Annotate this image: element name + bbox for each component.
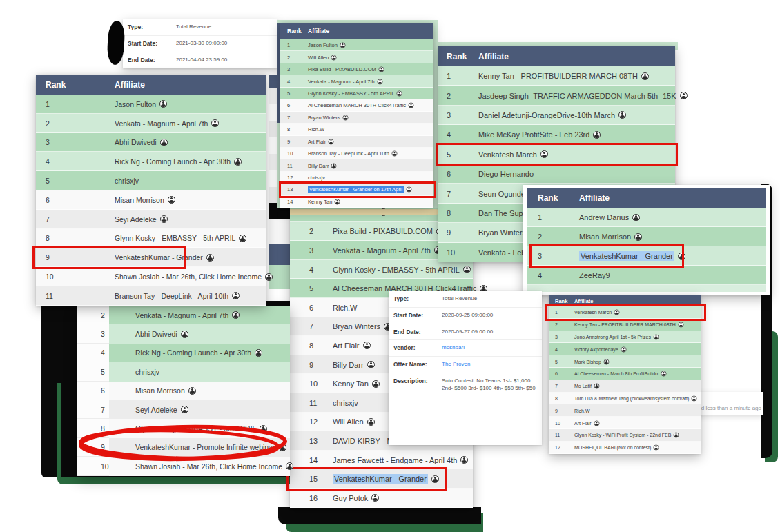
user-icon [409, 103, 414, 108]
affiliate-cell: Victory Akpomedaye [574, 346, 627, 353]
user-icon [211, 119, 219, 127]
rank-cell: 1 [549, 310, 574, 315]
rank-cell: 10 [280, 150, 308, 157]
rank-column-header: Rank [527, 193, 579, 203]
rank-cell: 6 [438, 170, 478, 178]
detail-row: End Date:2021-04-04 23:59:00 [123, 52, 277, 69]
affiliate-cell: Daniel Adetunji-OrangeDrive-10th March [478, 111, 626, 119]
user-icon [692, 396, 697, 402]
affiliate-cell: Mo Latif [574, 382, 601, 390]
leaderboard-row: 6Misan Morrison [36, 190, 266, 210]
rank-cell: 10 [77, 462, 135, 471]
rank-cell: 4 [36, 157, 115, 166]
user-icon [407, 187, 412, 193]
leaderboard-row: 6Diego Hernando [438, 164, 675, 184]
affiliate-cell: Branson Tay - DeepLink - April 10th [115, 292, 240, 300]
leaderboard-row: 11Billy Darr [280, 159, 433, 171]
user-icon [232, 292, 240, 299]
affiliate-cell: VenkateshKumar - Grander [579, 251, 685, 261]
rank-cell: 11 [290, 399, 333, 407]
user-icon [335, 199, 340, 204]
rank-cell: 2 [438, 92, 478, 100]
leaderboard-row: 4ZeeRay9 [527, 266, 766, 285]
affiliate-cell: Pixa Build - PIXABUILD.COM [333, 227, 444, 235]
affiliate-cell: chrisxjv [333, 399, 358, 407]
affiliate-column-header: Affiliate [308, 28, 329, 35]
leaderboard-bottom-right: Rank Affiliate 1Venkatesh March2Kenny Ta… [549, 295, 701, 454]
detail-link[interactable]: moshbari [442, 344, 465, 352]
user-icon [343, 115, 349, 120]
backdrop-black-frame-bottom [278, 507, 481, 524]
detail-value: 2020-09-27 09:00:00 [442, 328, 493, 336]
rank-cell: 14 [280, 199, 308, 205]
leaderboard-row: 12chrisxjv [280, 172, 433, 184]
detail-value: 2021-03-30 09:00:00 [176, 40, 227, 48]
rank-cell: 13 [280, 186, 308, 193]
rank-cell: 9 [36, 253, 115, 262]
affiliate-cell: Abhi Dwivedi [135, 330, 188, 338]
affiliate-cell: Billy Darr [308, 162, 338, 170]
partial-row [527, 285, 766, 292]
leaderboard-row: 3Abhi Dwivedi [77, 324, 290, 343]
rank-cell: 7 [290, 322, 333, 331]
affiliate-cell: VenkateshKumar - Grander [333, 474, 439, 484]
user-icon [188, 387, 196, 395]
detail-link[interactable]: The Proven [442, 361, 470, 368]
affiliate-cell: Seyi Adeleke [115, 215, 168, 224]
leaderboard-row: 12MOSHFIQUL BARI (Not on contest) [549, 442, 701, 454]
affiliate-cell: Al Cheeseman MARCH 30TH Click4Traffic [308, 101, 415, 109]
leaderboard-row: 3Jono Armstrong April 1st - 5k Prizes [549, 331, 701, 344]
user-icon [367, 361, 375, 368]
leaderboard-row: 2Venkata - Magnum - April 7th [36, 114, 266, 133]
affiliate-cell: ZeeRay9 [579, 271, 610, 279]
affiliate-cell: Al Cheeseman - March 8th ProfitBuildrr [574, 370, 667, 377]
affiliate-cell: VenkateshKumar - Grander [115, 253, 214, 262]
rank-cell: 6 [36, 196, 115, 204]
leaderboard-row: 7Bryan Winters [280, 112, 433, 124]
user-icon [232, 311, 240, 319]
rank-cell: 5 [549, 359, 574, 364]
leaderboard-row: 1Jason Fulton [36, 95, 266, 114]
leaderboard-row: 10Shawn Josiah - Mar 26th, Click Home In… [77, 457, 290, 475]
rank-cell: 3 [438, 111, 478, 119]
affiliate-cell: Misan Morrison [579, 233, 642, 241]
user-icon [181, 406, 188, 413]
affiliate-cell: Jono Armstrong April 1st - 5k Prizes [574, 333, 660, 341]
affiliate-cell: Bryan Winters [333, 322, 391, 331]
rank-cell: 1 [280, 42, 308, 48]
updated-status-strip: d less than a minute ago [696, 392, 763, 415]
rank-cell: 5 [290, 284, 333, 293]
rank-cell: 16 [290, 494, 333, 502]
affiliate-cell: Tom Lua & Matthew Tang (clickwealthsyste… [574, 395, 698, 402]
affiliate-cell: Mark Bishop [574, 358, 610, 366]
leaderboard-row: 7Seyi Adeleke [36, 210, 266, 229]
affiliate-cell: Art Flair [574, 420, 601, 427]
leaderboard-header: Rank Affiliate [280, 23, 433, 39]
leaderboard-row: 4Mike McKay ProfitSite - Feb 23rd [438, 125, 675, 144]
leaderboard-row: 4Rick Ng - Coming Launch - Apr 30th [36, 152, 266, 171]
user-icon [234, 158, 242, 166]
affiliate-cell: Diego Hernando [478, 170, 534, 178]
leaderboard-row: 4Victory Akpomedaye [549, 343, 701, 355]
user-icon [653, 335, 659, 340]
rank-cell: 4 [438, 130, 478, 139]
rank-cell: 7 [549, 384, 574, 388]
user-icon [168, 196, 175, 204]
rank-cell: 6 [549, 371, 574, 376]
affiliate-cell: Glynn Kosky - EMBASSY - 5th APRIL [115, 234, 246, 242]
user-icon [678, 322, 683, 328]
user-icon [160, 215, 168, 223]
rank-cell: 6 [290, 304, 333, 312]
affiliate-cell: Jason Fulton [308, 41, 347, 49]
rank-cell: 3 [290, 246, 333, 255]
leaderboard-row: 14James Fawcett - Endgame - April 4th [290, 451, 473, 470]
rank-cell: 12 [290, 417, 333, 426]
affiliate-cell: Venkata - Magnum - April 7th [115, 119, 219, 128]
user-icon [661, 371, 666, 377]
leaderboard-row: 10Art Flair [549, 417, 701, 429]
rank-column-header: Rank [280, 28, 308, 35]
user-icon [621, 346, 626, 352]
leaderboard-row: 5chrisxjv [36, 171, 266, 190]
user-icon [678, 253, 685, 260]
detail-label: Start Date: [393, 312, 442, 319]
